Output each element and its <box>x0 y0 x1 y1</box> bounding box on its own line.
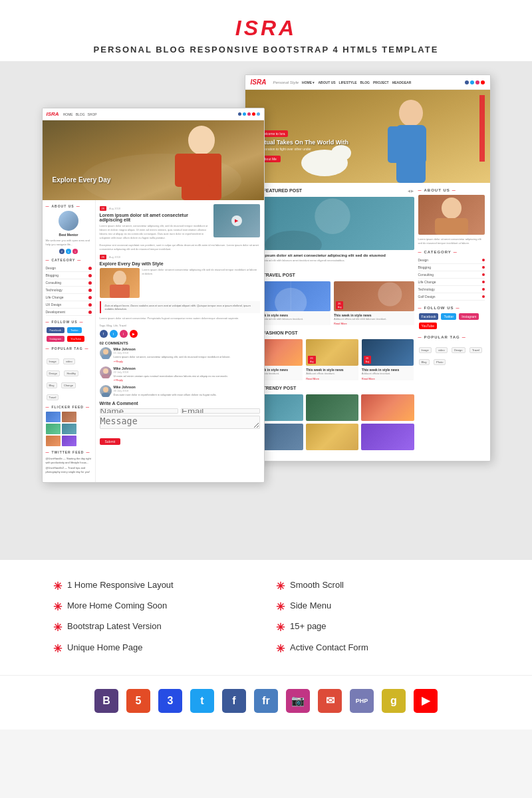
twitter-tech-icon[interactable]: t <box>190 689 214 713</box>
css3-icon[interactable]: 3 <box>158 689 182 713</box>
comment-message-input[interactable] <box>100 416 260 429</box>
about-title: ABOUT US <box>46 204 92 208</box>
travel-badge-2: 26Aug <box>336 301 343 309</box>
hero-red-bar <box>479 95 485 162</box>
rs-cat-item[interactable]: Life Change <box>418 279 485 286</box>
travel-post-section: TRAVEL POST 26Aug <box>251 273 414 326</box>
tag[interactable]: video <box>63 358 75 364</box>
about-avatar <box>59 211 78 231</box>
comment-reply-1[interactable]: ↩ Reply <box>114 360 260 363</box>
rs-fb-btn[interactable]: Facebook <box>419 313 439 320</box>
rs-tag[interactable]: Blog <box>419 359 430 365</box>
nav-blog[interactable]: BLOG <box>76 112 85 116</box>
rs-cat-item[interactable]: Technology <box>418 286 485 293</box>
html5-icon[interactable]: 5 <box>126 689 150 713</box>
rs-tag[interactable]: Travel <box>469 347 482 353</box>
rs-yt-btn[interactable]: YouTube <box>419 323 438 329</box>
rs-tw-btn[interactable]: Twitter <box>441 313 456 320</box>
tag[interactable]: Design <box>47 370 60 376</box>
gulp-icon[interactable]: g <box>382 689 406 713</box>
fashion-link-3[interactable]: Read More <box>362 377 414 380</box>
r-nav-about[interactable]: ABOUT US <box>318 80 335 84</box>
r-nav-headgear[interactable]: HEADGEAR <box>392 80 412 84</box>
php-icon[interactable]: PHP <box>350 689 374 713</box>
rs-cat-item[interactable]: Blogging <box>418 264 485 271</box>
cat-item[interactable]: Design <box>46 265 92 272</box>
rs-tag[interactable]: Image <box>419 347 432 353</box>
fashion-section-header: FASHION POST <box>251 331 414 335</box>
r-nav-project[interactable]: PROJECT <box>373 80 389 84</box>
r-nav-lifestyle[interactable]: LIFESTYLE <box>339 80 357 84</box>
r-yt-icon[interactable] <box>481 80 485 84</box>
featured-nav-arrows[interactable]: ◀ ▶ <box>408 189 414 193</box>
follow-title-left: FOLLOW US <box>46 320 92 324</box>
fb-follow-btn[interactable]: Facebook <box>47 327 65 333</box>
yt-share-btn[interactable]: ▶ <box>130 330 138 338</box>
yt-icon[interactable] <box>252 112 255 116</box>
cat-item[interactable]: Blogging <box>46 272 92 279</box>
comment-name-input[interactable] <box>100 408 179 414</box>
tag[interactable]: Image <box>47 358 59 364</box>
mail-tech-icon[interactable]: ✉ <box>318 689 342 713</box>
cat-item[interactable]: Life Change <box>46 294 92 301</box>
ig-follow-btn[interactable]: Instagram <box>47 336 65 342</box>
cat-item[interactable]: Technology <box>46 287 92 294</box>
tag[interactable]: Blog <box>47 382 57 388</box>
tags-section-left: POPULAR TAG Image video Design Healthy B… <box>46 346 92 401</box>
fashion-link-2[interactable]: Read More <box>306 377 358 380</box>
tw-follow-btn[interactable]: Twitter <box>67 327 82 333</box>
comment-submit-btn[interactable]: Submit <box>100 438 121 445</box>
freebies-icon[interactable]: fr <box>254 689 278 713</box>
fb-about-icon[interactable]: f <box>59 249 65 254</box>
facebook-tech-icon[interactable]: f <box>222 689 246 713</box>
feature-asterisk-4: ✳ <box>53 642 62 655</box>
tw-about-icon[interactable]: t <box>66 249 71 254</box>
rs-tag[interactable]: Design <box>452 347 465 353</box>
tag[interactable]: Healthy <box>64 370 78 376</box>
r-fb-icon[interactable] <box>465 80 469 84</box>
article-text-1: Lorem ipsum dolor sit amet, consectetur … <box>100 224 211 240</box>
ig-share-btn[interactable]: i <box>120 330 128 338</box>
yt-follow-btn[interactable]: YouTube <box>67 336 84 342</box>
svg-point-2 <box>188 126 215 155</box>
right-sidebar: ABOUT US Lorem ipsum dolor sit amet cons… <box>418 188 485 456</box>
nav-home[interactable]: HOME <box>63 112 73 116</box>
cat-item[interactable]: Development <box>46 309 92 316</box>
featured-read-more[interactable]: Read More <box>251 264 414 267</box>
r-ig-icon[interactable] <box>475 80 479 84</box>
ig-about-icon[interactable]: i <box>72 249 78 254</box>
tag[interactable]: Change <box>61 382 76 388</box>
rs-ig-btn[interactable]: Instagram <box>459 313 479 320</box>
fb-share-btn[interactable]: f <box>100 330 108 338</box>
article-video-thumb[interactable]: ▶ <box>213 204 260 237</box>
rs-tag[interactable]: Photo <box>434 359 446 365</box>
left-logo: ISRA <box>47 111 59 117</box>
rs-tag[interactable]: video <box>436 347 448 353</box>
tw-icon[interactable] <box>243 112 246 116</box>
instagram-tech-icon[interactable]: 📷 <box>286 689 310 713</box>
play-icon[interactable]: ▶ <box>231 215 242 226</box>
rs-cat-item[interactable]: Consulting <box>418 271 485 279</box>
nav-shop[interactable]: SHOP <box>88 112 97 116</box>
youtube-tech-icon[interactable]: ▶ <box>414 689 438 713</box>
ig-icon[interactable] <box>247 112 251 116</box>
feature-item-3: ✳ Bootstrap Latest Version <box>53 621 256 634</box>
comment-email-input[interactable] <box>181 408 260 414</box>
social5-icon[interactable] <box>257 112 260 116</box>
rs-cat-item[interactable]: Golf Design <box>418 293 485 301</box>
tag[interactable]: Travel <box>47 394 59 400</box>
bootstrap-icon[interactable]: B <box>94 689 118 713</box>
travel-link-2[interactable]: Read More <box>334 322 414 325</box>
cat-item[interactable]: UX Design <box>46 301 92 309</box>
r-nav-home[interactable]: HOME ▾ <box>302 80 315 84</box>
comment-reply-2[interactable]: ↩ Reply <box>114 378 260 382</box>
feature-text-2: More Home Coming Soon <box>67 600 167 612</box>
fb-icon[interactable] <box>238 112 241 116</box>
comment-2: Mike Johnson 22 July 2018 Ut enim ad min… <box>100 366 260 382</box>
article-section-2: 26 Aug 2018 Explore Every Day with Style <box>100 255 260 298</box>
r-nav-blog[interactable]: BLOG <box>360 80 370 84</box>
rs-cat-item[interactable]: Design <box>418 257 485 264</box>
cat-item[interactable]: Consulting <box>46 279 92 287</box>
tw-share-btn[interactable]: t <box>110 330 118 338</box>
r-tw-icon[interactable] <box>470 80 474 84</box>
